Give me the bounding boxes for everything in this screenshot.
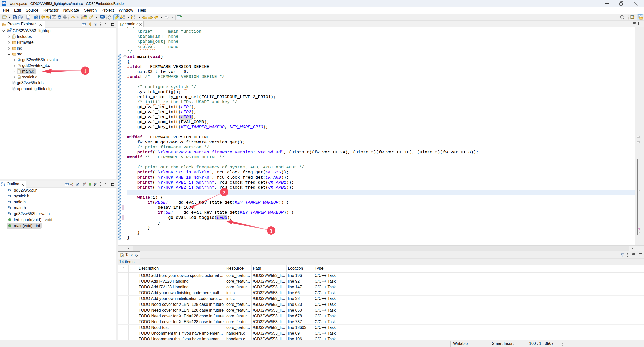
svg-text:2: 2 xyxy=(223,190,226,195)
svg-text:1: 1 xyxy=(84,68,86,74)
svg-text:3: 3 xyxy=(270,228,272,234)
